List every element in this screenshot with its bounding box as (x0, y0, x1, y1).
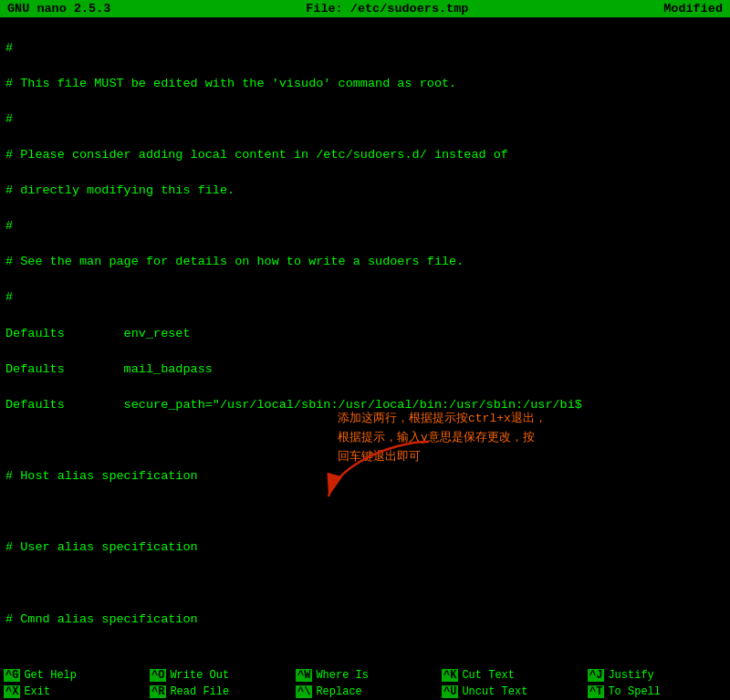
editor-area[interactable]: # # This file MUST be edited with the 'v… (0, 17, 730, 661)
key-exit: ^X (4, 685, 20, 698)
label-cut-text: Cut Text (462, 669, 515, 682)
key-cut-text: ^K (442, 669, 458, 682)
label-justify: Justify (608, 669, 653, 682)
line-12 (5, 432, 725, 450)
editor-content[interactable]: # # This file MUST be edited with the 'v… (0, 17, 730, 661)
footer-item-replace[interactable]: ^\ Replace (292, 684, 438, 700)
line-13: # Host alias specification (5, 467, 725, 486)
footer-item-cut-text[interactable]: ^K Cut Text (438, 667, 584, 684)
footer: ^G Get Help ^O Write Out ^W Where Is ^K … (0, 667, 730, 700)
label-replace: Replace (316, 685, 361, 698)
key-get-help: ^G (4, 669, 20, 682)
key-write-out: ^O (150, 669, 166, 682)
footer-item-uncut-text[interactable]: ^U Uncut Text (438, 684, 584, 700)
footer-item-read-file[interactable]: ^R Read File (146, 684, 292, 700)
line-17: # Cmnd alias specification (5, 611, 725, 629)
footer-row-1: ^G Get Help ^O Write Out ^W Where Is ^K … (0, 667, 730, 684)
key-replace: ^\ (296, 685, 312, 698)
key-where-is: ^W (296, 669, 312, 682)
line-11: Defaults secure_path="/usr/local/sbin:/u… (5, 396, 725, 414)
line-9: Defaults env_reset (5, 325, 725, 343)
footer-item-exit[interactable]: ^X Exit (0, 684, 146, 700)
key-to-spell: ^T (588, 685, 604, 698)
line-3: # (5, 110, 725, 129)
line-4: # Please consider adding local content i… (5, 146, 725, 164)
label-where-is: Where Is (316, 669, 369, 682)
line-2: # This file MUST be edited with the 'vis… (5, 75, 725, 93)
label-write-out: Write Out (170, 669, 229, 682)
label-exit: Exit (24, 685, 50, 698)
key-read-file: ^R (150, 685, 166, 698)
footer-item-to-spell[interactable]: ^T To Spell (584, 684, 730, 700)
footer-item-write-out[interactable]: ^O Write Out (146, 667, 292, 684)
line-6: # (5, 217, 725, 235)
key-justify: ^J (588, 669, 604, 682)
footer-item-where-is[interactable]: ^W Where Is (292, 667, 438, 684)
line-1: # (5, 39, 725, 57)
label-uncut-text: Uncut Text (462, 685, 527, 698)
header: GNU nano 2.5.3 File: /etc/sudoers.tmp Mo… (0, 0, 730, 17)
label-get-help: Get Help (24, 669, 77, 682)
footer-item-get-help[interactable]: ^G Get Help (0, 667, 146, 684)
footer-row-2: ^X Exit ^R Read File ^\ Replace ^U Uncut… (0, 684, 730, 700)
line-7: # See the man page for details on how to… (5, 253, 725, 271)
line-10: Defaults mail_badpass (5, 360, 725, 379)
line-14 (5, 503, 725, 521)
line-18 (5, 646, 725, 661)
line-16 (5, 574, 725, 592)
line-5: # directly modifying this file. (5, 182, 725, 200)
status-badge: Modified (663, 2, 723, 16)
label-read-file: Read File (170, 685, 229, 698)
label-to-spell: To Spell (608, 685, 661, 698)
line-15: # User alias specification (5, 538, 725, 557)
footer-item-justify[interactable]: ^J Justify (584, 667, 730, 684)
app-name: GNU nano 2.5.3 (7, 2, 110, 16)
line-8: # (5, 288, 725, 307)
key-uncut-text: ^U (442, 685, 458, 698)
file-name: File: /etc/sudoers.tmp (306, 2, 468, 16)
